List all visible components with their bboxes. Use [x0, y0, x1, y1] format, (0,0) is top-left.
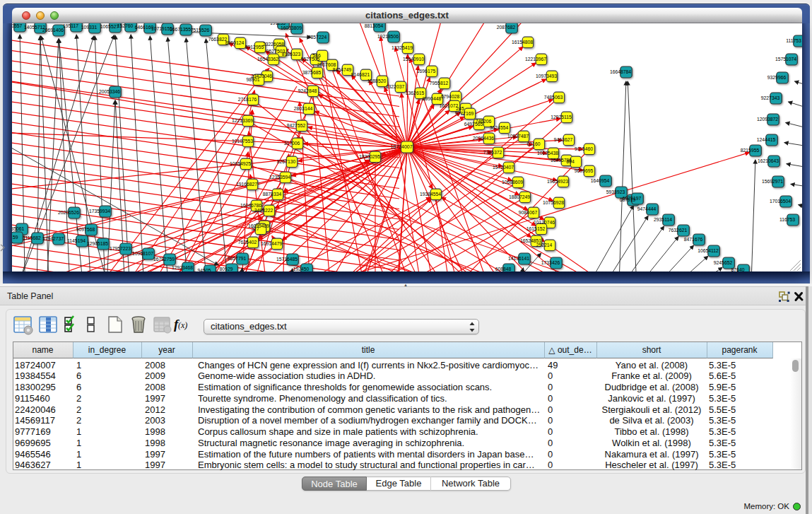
svg-text:20053346: 20053346 — [99, 89, 120, 94]
svg-text:546: 546 — [312, 53, 321, 58]
svg-text:10973493: 10973493 — [536, 74, 557, 78]
svg-text:7632621: 7632621 — [669, 228, 688, 233]
svg-text:87640: 87640 — [731, 267, 745, 271]
svg-text:3624554: 3624554 — [490, 125, 509, 130]
svg-text:1733426: 1733426 — [541, 260, 560, 265]
svg-text:9146821: 9146821 — [351, 72, 370, 77]
svg-text:9777169: 9777169 — [455, 111, 474, 116]
svg-text:16210643: 16210643 — [758, 158, 779, 163]
svg-text:15692971: 15692971 — [762, 179, 783, 184]
svg-text:(x): (x) — [178, 320, 187, 330]
svg-text:2935114: 2935114 — [654, 217, 672, 222]
svg-text:604: 604 — [566, 159, 575, 164]
svg-text:8454749: 8454749 — [333, 67, 352, 72]
svg-text:7663822: 7663822 — [208, 37, 228, 42]
svg-text:9699695: 9699695 — [575, 168, 594, 173]
svg-text:19384554: 19384554 — [420, 192, 441, 197]
svg-text:7625402: 7625402 — [238, 240, 257, 245]
svg-text:12975115: 12975115 — [551, 115, 572, 119]
svg-text:1145194: 1145194 — [67, 238, 86, 243]
svg-text:20691406: 20691406 — [42, 28, 64, 33]
svg-text:23226058: 23226058 — [263, 42, 284, 47]
svg-text:19654923: 19654923 — [547, 179, 568, 184]
svg-text:12923468: 12923468 — [172, 265, 193, 270]
svg-text:9242848: 9242848 — [298, 88, 317, 93]
svg-text:1615152: 1615152 — [526, 226, 546, 231]
svg-text:15751074: 15751074 — [775, 57, 796, 62]
svg-text:152760: 152760 — [117, 23, 134, 28]
svg-text:195117: 195117 — [63, 23, 78, 28]
svg-text:746206: 746206 — [476, 119, 492, 124]
svg-text:15716485: 15716485 — [276, 257, 298, 262]
svg-text:18300295: 18300295 — [359, 154, 380, 159]
svg-text:12905185: 12905185 — [87, 241, 108, 246]
svg-text:8912955: 8912955 — [245, 45, 264, 49]
svg-text:19218506: 19218506 — [377, 34, 399, 39]
svg-text:9084067: 9084067 — [519, 210, 538, 215]
svg-text:8960124: 8960124 — [225, 40, 245, 45]
svg-text:16914479: 16914479 — [261, 241, 282, 246]
svg-text:1640954: 1640954 — [591, 178, 610, 183]
svg-text:1696175: 1696175 — [417, 69, 436, 74]
svg-text:192450: 192450 — [293, 267, 310, 271]
svg-text:80929: 80929 — [220, 267, 233, 271]
svg-text:10107553: 10107553 — [232, 139, 253, 144]
svg-text:17359934: 17359934 — [89, 209, 110, 214]
svg-text:5938923: 5938923 — [606, 189, 625, 194]
svg-text:10654925: 10654925 — [230, 161, 251, 166]
svg-text:16046786: 16046786 — [240, 203, 261, 208]
svg-text:9097568: 9097568 — [76, 227, 95, 232]
svg-text:2867608: 2867608 — [317, 62, 336, 67]
svg-text:8186323: 8186323 — [282, 52, 301, 57]
svg-text:8215955: 8215955 — [741, 148, 760, 153]
svg-text:8427552: 8427552 — [287, 123, 306, 128]
svg-text:12213967: 12213967 — [525, 57, 546, 62]
svg-text:109331: 109331 — [81, 25, 98, 30]
svg-text:2087682: 2087682 — [497, 25, 516, 30]
svg-text:20364436: 20364436 — [473, 136, 494, 141]
svg-text:94505: 94505 — [198, 268, 211, 271]
svg-text:1065527: 1065527 — [100, 24, 119, 29]
svg-text:12353594: 12353594 — [269, 175, 290, 180]
svg-text:9657791: 9657791 — [228, 256, 247, 261]
svg-text:18807249: 18807249 — [509, 194, 530, 199]
svg-text:10654112: 10654112 — [698, 248, 719, 253]
svg-text:10120746: 10120746 — [534, 220, 555, 225]
svg-text:9329966: 9329966 — [767, 75, 787, 80]
svg-text:1588520: 1588520 — [367, 78, 387, 83]
svg-text:10958107: 10958107 — [132, 251, 153, 256]
svg-text:12213369: 12213369 — [232, 118, 253, 123]
svg-text:140557: 140557 — [12, 23, 23, 28]
svg-text:98901: 98901 — [247, 77, 260, 82]
svg-text:835061: 835061 — [12, 226, 25, 231]
svg-text:3875685: 3875685 — [302, 70, 322, 75]
svg-text:20206526: 20206526 — [58, 210, 79, 215]
svg-text:13325419: 13325419 — [392, 45, 413, 50]
svg-text:9227343: 9227343 — [761, 95, 780, 100]
svg-text:10807487: 10807487 — [507, 134, 529, 139]
svg-text:39159: 39159 — [12, 235, 18, 240]
svg-text:7485063: 7485063 — [544, 95, 563, 100]
svg-text:16782759: 16782759 — [153, 257, 175, 262]
svg-text:9245652: 9245652 — [714, 260, 733, 265]
svg-text:16543362: 16543362 — [257, 57, 278, 62]
svg-text:1115682: 1115682 — [23, 235, 41, 240]
svg-text:10756928: 10756928 — [543, 200, 564, 205]
svg-text:1244415: 1244415 — [757, 137, 776, 142]
svg-text:19166827: 19166827 — [236, 182, 257, 187]
svg-text:111753: 111753 — [786, 38, 801, 43]
svg-text:2803144: 2803144 — [294, 106, 313, 111]
svg-text:9463627: 9463627 — [554, 137, 573, 142]
svg-text:16671355: 16671355 — [170, 27, 191, 32]
svg-text:8813054: 8813054 — [365, 23, 384, 28]
svg-text:6794028: 6794028 — [441, 94, 460, 99]
svg-text:16154808: 16154808 — [512, 40, 533, 45]
svg-text:14136141: 14136141 — [508, 256, 529, 261]
svg-text:62160: 62160 — [527, 141, 541, 146]
svg-text:1362615: 1362615 — [406, 90, 425, 95]
svg-text:15720407: 15720407 — [493, 165, 514, 170]
svg-text:16648784: 16648784 — [610, 69, 631, 74]
svg-text:2718176: 2718176 — [238, 97, 257, 102]
svg-text:17016504: 17016504 — [770, 199, 791, 204]
svg-text:18724007: 18724007 — [390, 144, 412, 149]
